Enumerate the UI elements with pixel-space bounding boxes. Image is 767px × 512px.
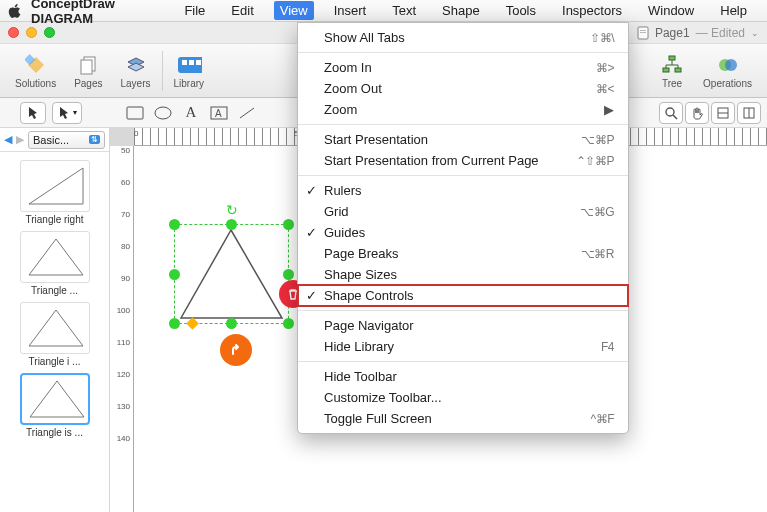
textbox-tool[interactable]: A <box>208 104 230 122</box>
toolbar-button-a[interactable] <box>711 102 735 124</box>
svg-marker-32 <box>29 310 83 346</box>
checkmark-icon: ✓ <box>306 183 317 198</box>
close-window-button[interactable] <box>8 27 19 38</box>
triangle-shape[interactable] <box>174 224 289 324</box>
shape-thumbnail[interactable]: Triangle ... <box>16 231 94 296</box>
svg-marker-31 <box>29 239 83 275</box>
resize-handle-se[interactable] <box>283 318 294 329</box>
menu-tools[interactable]: Tools <box>500 1 542 20</box>
menu-item-label: Page Navigator <box>324 318 414 333</box>
menu-item-shape-sizes[interactable]: Shape Sizes <box>298 264 628 285</box>
menu-item-show-all-tabs[interactable]: Show All Tabs⇧⌘\ <box>298 27 628 48</box>
menu-item-start-presentation-from-current-page[interactable]: Start Presentation from Current Page⌃⇧⌘P <box>298 150 628 171</box>
svg-point-18 <box>725 59 737 71</box>
menu-item-rulers[interactable]: ✓Rulers <box>298 180 628 201</box>
title-dropdown-icon[interactable]: ⌄ <box>751 28 759 38</box>
menu-help[interactable]: Help <box>714 1 753 20</box>
menu-text[interactable]: Text <box>386 1 422 20</box>
menu-item-zoom-in[interactable]: Zoom In⌘> <box>298 57 628 78</box>
menu-item-hide-toolbar[interactable]: Hide Toolbar <box>298 366 628 387</box>
shortcut-label: ⇧⌘\ <box>590 31 614 45</box>
toolbar-library[interactable]: Library <box>165 49 214 92</box>
solutions-icon <box>23 52 49 78</box>
menu-shape[interactable]: Shape <box>436 1 486 20</box>
menu-item-toggle-full-screen[interactable]: Toggle Full Screen^⌘F <box>298 408 628 429</box>
svg-point-20 <box>155 107 171 119</box>
library-sidebar: ◀ ▶ Basic...⇅ Triangle rightTriangle ...… <box>0 128 110 512</box>
zoom-tool[interactable] <box>659 102 683 124</box>
navigate-back-icon[interactable]: ◀ <box>4 133 12 146</box>
menu-item-zoom-out[interactable]: Zoom Out⌘< <box>298 78 628 99</box>
menu-item-label: Hide Toolbar <box>324 369 397 384</box>
toolbar-pages[interactable]: Pages <box>65 49 111 92</box>
menu-item-label: Hide Library <box>324 339 394 354</box>
svg-rect-16 <box>675 68 681 72</box>
menu-item-shape-controls[interactable]: ✓Shape Controls <box>298 285 628 306</box>
shape-action-button[interactable] <box>220 334 252 366</box>
hand-tool[interactable] <box>685 102 709 124</box>
rotate-handle-icon[interactable]: ↻ <box>226 202 238 218</box>
menu-file[interactable]: File <box>178 1 211 20</box>
minimize-window-button[interactable] <box>26 27 37 38</box>
menu-insert[interactable]: Insert <box>328 1 373 20</box>
menu-item-label: Shape Controls <box>324 288 414 303</box>
resize-handle-nw[interactable] <box>169 219 180 230</box>
menu-item-hide-library[interactable]: Hide LibraryF4 <box>298 336 628 357</box>
document-icon <box>637 26 649 40</box>
view-menu-dropdown: Show All Tabs⇧⌘\Zoom In⌘>Zoom Out⌘<Zoom▶… <box>297 22 629 434</box>
resize-handle-n[interactable] <box>226 219 237 230</box>
menu-item-label: Zoom <box>324 102 357 117</box>
toolbar-button-b[interactable] <box>737 102 761 124</box>
resize-handle-ne[interactable] <box>283 219 294 230</box>
shape-thumbnail[interactable]: Triangle i ... <box>16 302 94 367</box>
menu-item-start-presentation[interactable]: Start Presentation⌥⌘P <box>298 129 628 150</box>
apple-icon[interactable] <box>8 4 21 18</box>
app-name: ConceptDraw DIAGRAM <box>31 0 164 26</box>
shape-list: Triangle rightTriangle ...Triangle i ...… <box>0 152 109 512</box>
menu-item-page-navigator[interactable]: Page Navigator <box>298 315 628 336</box>
toolbar-layers[interactable]: Layers <box>112 49 160 92</box>
menu-item-label: Rulers <box>324 183 362 198</box>
maximize-window-button[interactable] <box>44 27 55 38</box>
menu-item-customize-toolbar-[interactable]: Customize Toolbar... <box>298 387 628 408</box>
toolbar-operations[interactable]: Operations <box>694 49 761 92</box>
selected-shape[interactable]: ↻ <box>174 224 289 324</box>
resize-handle-w[interactable] <box>169 269 180 280</box>
layers-icon <box>123 52 149 78</box>
text-tool[interactable]: A <box>180 104 202 122</box>
menu-edit[interactable]: Edit <box>225 1 259 20</box>
pointer-tool-dropdown[interactable]: ▾ <box>52 102 82 124</box>
shortcut-label: ⌘> <box>596 61 614 75</box>
toolbar-tree[interactable]: Tree <box>650 49 694 92</box>
menu-item-grid[interactable]: Grid⌥⌘G <box>298 201 628 222</box>
menu-item-page-breaks[interactable]: Page Breaks⌥⌘R <box>298 243 628 264</box>
line-tool[interactable] <box>236 104 258 122</box>
pointer-tool[interactable] <box>20 102 46 124</box>
menu-view[interactable]: View <box>274 1 314 20</box>
svg-point-24 <box>666 108 674 116</box>
menu-window[interactable]: Window <box>642 1 700 20</box>
library-selector[interactable]: Basic...⇅ <box>28 131 105 149</box>
toolbar-solutions[interactable]: Solutions <box>6 49 65 92</box>
svg-text:A: A <box>215 108 222 119</box>
rectangle-shape-tool[interactable] <box>124 104 146 122</box>
shape-thumbnail[interactable]: Triangle is ... <box>16 373 94 438</box>
navigate-fwd-icon[interactable]: ▶ <box>16 133 24 146</box>
ellipse-shape-tool[interactable] <box>152 104 174 122</box>
resize-handle-sw[interactable] <box>169 318 180 329</box>
menu-item-label: Toggle Full Screen <box>324 411 432 426</box>
menu-inspectors[interactable]: Inspectors <box>556 1 628 20</box>
shape-thumbnail[interactable]: Triangle right <box>16 160 94 225</box>
checkmark-icon: ✓ <box>306 225 317 240</box>
menu-item-zoom[interactable]: Zoom▶ <box>298 99 628 120</box>
tree-icon <box>659 52 685 78</box>
shortcut-label: ⌃⇧⌘P <box>576 154 614 168</box>
shortcut-label: F4 <box>601 340 614 354</box>
resize-handle-s[interactable] <box>226 318 237 329</box>
menu-item-label: Zoom Out <box>324 81 382 96</box>
resize-handle-e[interactable] <box>283 269 294 280</box>
menu-item-guides[interactable]: ✓Guides <box>298 222 628 243</box>
svg-rect-11 <box>189 60 194 65</box>
svg-rect-10 <box>182 60 187 65</box>
shape-label: Triangle ... <box>16 285 94 296</box>
